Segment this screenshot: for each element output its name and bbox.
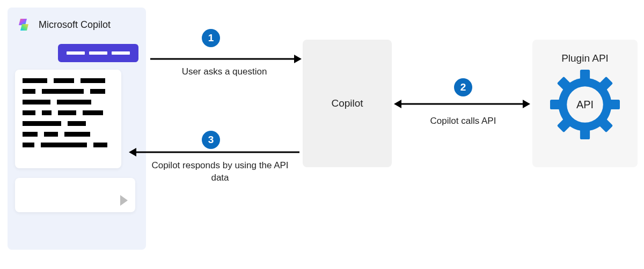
step-3-number: 3	[208, 134, 214, 146]
plugin-api-node: Plugin API API	[532, 40, 638, 167]
copilot-logo-icon	[15, 16, 32, 33]
svg-marker-14	[523, 100, 530, 108]
step-1-label: User asks a question	[171, 66, 278, 77]
assistant-response-card	[15, 70, 121, 168]
chat-input-box[interactable]	[15, 178, 135, 212]
svg-marker-11	[294, 55, 302, 63]
gear-center-label: API	[576, 99, 594, 111]
svg-marker-15	[129, 148, 136, 156]
gear-icon: API	[550, 70, 620, 139]
panel-title: Microsoft Copilot	[39, 19, 111, 31]
arrow-step-2	[394, 98, 530, 110]
step-1-number: 1	[208, 32, 214, 44]
copilot-chat-panel: Microsoft Copilot	[8, 8, 146, 250]
step-2-number: 2	[460, 81, 466, 93]
plugin-api-title: Plugin API	[561, 53, 609, 64]
step-2-label: Copilot calls API	[423, 116, 503, 126]
copilot-node-label: Copilot	[331, 98, 363, 109]
send-icon[interactable]	[120, 195, 128, 206]
text-placeholder-bar	[67, 51, 85, 55]
svg-marker-12	[394, 100, 401, 108]
text-placeholder-bar	[112, 51, 130, 55]
text-placeholder-bar	[89, 51, 107, 55]
copilot-node: Copilot	[303, 40, 392, 167]
arrow-step-3	[129, 146, 299, 159]
step-2-badge: 2	[454, 78, 472, 96]
panel-header: Microsoft Copilot	[15, 16, 138, 33]
user-message-bubble	[58, 44, 138, 62]
arrow-step-1	[150, 53, 302, 65]
step-1-badge: 1	[202, 29, 220, 47]
step-3-label: Copilot responds by using the API data	[150, 160, 290, 184]
